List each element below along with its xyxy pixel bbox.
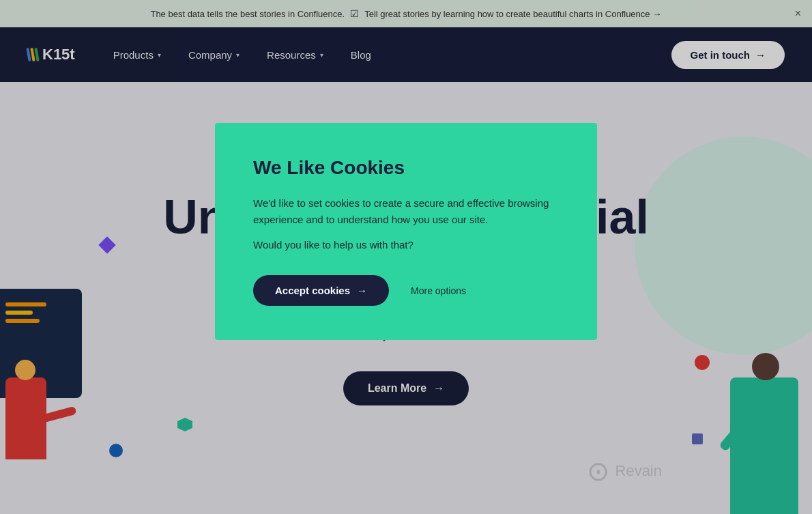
cookie-body-text: We'd like to set cookies to create a sec… (253, 195, 559, 228)
cookie-overlay: We Like Cookies We'd like to set cookies… (0, 0, 812, 514)
accept-cookies-button[interactable]: Accept cookies → (253, 275, 389, 306)
accept-arrow-icon: → (357, 285, 367, 296)
cookie-modal: We Like Cookies We'd like to set cookies… (215, 123, 597, 340)
more-options-link[interactable]: More options (411, 285, 466, 296)
cookie-question-text: Would you like to help us with that? (253, 239, 559, 251)
cookie-actions: Accept cookies → More options (253, 275, 559, 306)
accept-cookies-label: Accept cookies (275, 285, 350, 296)
cookie-title: We Like Cookies (253, 157, 559, 179)
